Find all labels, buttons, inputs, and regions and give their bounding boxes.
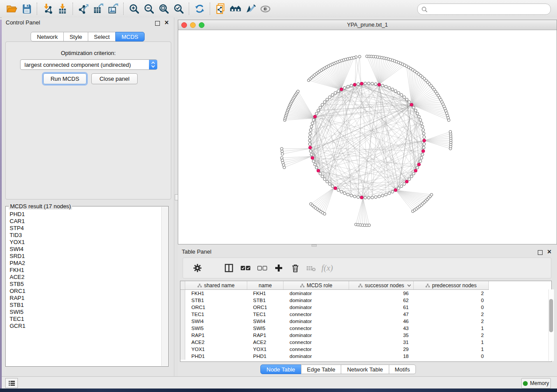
close-panel-icon[interactable]: × <box>165 18 169 27</box>
cell-successor-nodes[interactable]: 47 <box>349 311 414 318</box>
cell-name[interactable]: SWI5 <box>247 325 283 332</box>
network-window-titlebar[interactable]: YPA_prune.txt_1 <box>178 20 557 30</box>
float-panel-icon[interactable] <box>538 250 543 255</box>
table-row[interactable]: ORC1ORC1dominator610 <box>180 304 489 311</box>
float-panel-icon[interactable] <box>155 21 160 26</box>
mcds-node-item[interactable]: SWI4 <box>10 246 161 253</box>
cell-name[interactable]: STB1 <box>247 297 283 304</box>
cell-predecessor-nodes[interactable]: 0 <box>413 353 488 360</box>
table-row[interactable]: SWI4SWI4dominator462 <box>180 318 489 325</box>
export-table-button[interactable] <box>91 2 106 15</box>
mcds-node-item[interactable]: PHD1 <box>10 211 161 218</box>
mcds-node-item[interactable]: STP4 <box>10 225 161 232</box>
cell-shared-name[interactable]: RAP1 <box>185 332 247 339</box>
close-panel-button[interactable]: Close panel <box>91 73 138 84</box>
cell-successor-nodes[interactable]: 29 <box>349 346 414 353</box>
close-panel-icon[interactable]: × <box>547 248 551 256</box>
mcds-node-item[interactable]: ORC1 <box>10 288 161 295</box>
table-row[interactable]: SWI5SWI5connector431 <box>180 325 489 332</box>
cell-name[interactable]: FKH1 <box>247 290 283 297</box>
cell-shared-name[interactable]: ACE2 <box>185 339 247 346</box>
mcds-node-item[interactable]: SRD1 <box>10 253 161 260</box>
table-row[interactable]: TEC1TEC1connector472 <box>180 311 489 318</box>
table-settings-button[interactable] <box>189 261 206 275</box>
cell-shared-name[interactable]: YOX1 <box>185 346 247 353</box>
cell-MCDS-role[interactable]: connector <box>284 325 349 332</box>
cell-shared-name[interactable]: PHD1 <box>185 353 247 360</box>
cell-name[interactable]: YOX1 <box>247 346 283 353</box>
cell-name[interactable]: PHD1 <box>247 353 283 360</box>
export-image-button[interactable] <box>106 2 121 15</box>
zoom-out-button[interactable] <box>142 2 156 15</box>
cell-shared-name[interactable]: TEC1 <box>185 311 247 318</box>
import-table-button[interactable] <box>55 2 70 15</box>
cell-predecessor-nodes[interactable]: 2 <box>413 318 488 325</box>
show-hide-button[interactable] <box>258 2 273 15</box>
column-header-predecessor-nodes[interactable]: predecessor nodes <box>413 281 488 290</box>
cell-MCDS-role[interactable]: connector <box>284 346 349 353</box>
column-header-name[interactable]: name <box>247 281 283 290</box>
table-row[interactable]: PHD1PHD1dominator180 <box>180 353 489 360</box>
zoom-selected-button[interactable] <box>171 2 186 15</box>
cell-predecessor-nodes[interactable]: 2 <box>413 332 488 339</box>
mcds-node-item[interactable]: RAP1 <box>10 295 161 302</box>
split-view-button[interactable] <box>221 261 237 275</box>
tab-style[interactable]: Style <box>63 32 88 41</box>
table-row[interactable]: ACE2ACE2connector311 <box>180 339 489 346</box>
mcds-node-item[interactable]: SWI5 <box>10 309 161 316</box>
delete-table-button[interactable] <box>304 261 318 275</box>
cell-successor-nodes[interactable]: 46 <box>349 318 414 325</box>
cell-MCDS-role[interactable]: dominator <box>284 297 349 304</box>
cell-successor-nodes[interactable]: 35 <box>349 332 414 339</box>
task-history-button[interactable] <box>5 378 18 388</box>
cell-name[interactable]: ACE2 <box>247 339 283 346</box>
cell-MCDS-role[interactable]: dominator <box>284 353 349 360</box>
cell-successor-nodes[interactable]: 31 <box>349 339 414 346</box>
tab-network-table[interactable]: Network Table <box>341 364 389 374</box>
table-row[interactable]: RAP1RAP1dominator352 <box>180 332 489 339</box>
cell-shared-name[interactable]: SWI4 <box>185 318 247 325</box>
open-file-button[interactable] <box>4 2 19 15</box>
add-column-button[interactable] <box>270 261 287 275</box>
run-mcds-button[interactable]: Run MCDS <box>43 73 86 84</box>
mcds-node-item[interactable]: GCR1 <box>10 323 161 330</box>
table-row[interactable]: FKH1FKH1dominator962 <box>180 290 489 297</box>
cell-MCDS-role[interactable]: dominator <box>284 290 349 297</box>
cell-predecessor-nodes[interactable]: 0 <box>413 297 488 304</box>
delete-column-button[interactable] <box>287 261 304 275</box>
cell-successor-nodes[interactable]: 61 <box>349 304 414 311</box>
zoom-in-button[interactable] <box>127 2 142 15</box>
result-scrollbar[interactable] <box>161 207 168 366</box>
mcds-node-item[interactable]: YOX1 <box>10 239 161 246</box>
network-canvas[interactable] <box>178 30 557 244</box>
table-row[interactable]: STB1STB1dominator620 <box>180 297 489 304</box>
tab-mcds[interactable]: MCDS <box>115 32 144 41</box>
cell-predecessor-nodes[interactable]: 1 <box>413 325 488 332</box>
cell-shared-name[interactable]: ORC1 <box>185 304 247 311</box>
cell-predecessor-nodes[interactable]: 1 <box>413 339 488 346</box>
cell-name[interactable]: ORC1 <box>247 304 283 311</box>
cell-MCDS-role[interactable]: dominator <box>284 318 349 325</box>
search-input[interactable] <box>430 6 547 13</box>
memory-button[interactable]: Memory <box>521 378 551 389</box>
tab-network[interactable]: Network <box>31 32 64 41</box>
cell-successor-nodes[interactable]: 96 <box>349 290 414 297</box>
export-network-button[interactable] <box>76 2 91 15</box>
save-session-button[interactable] <box>19 2 34 15</box>
cell-MCDS-role[interactable]: connector <box>284 311 349 318</box>
table-row[interactable]: YOX1YOX1connector291 <box>180 346 489 353</box>
column-header-MCDS-role[interactable]: MCDS role <box>284 281 349 290</box>
cell-name[interactable]: RAP1 <box>247 332 283 339</box>
search-network-button[interactable] <box>228 2 243 15</box>
cell-MCDS-role[interactable]: dominator <box>284 332 349 339</box>
tab-motifs[interactable]: Motifs <box>389 364 416 374</box>
cell-shared-name[interactable]: STB1 <box>185 297 247 304</box>
select-all-button[interactable] <box>237 261 254 275</box>
import-network-button[interactable] <box>40 2 55 15</box>
mcds-node-item[interactable]: FKH1 <box>10 267 161 274</box>
mcds-node-item[interactable]: CAR1 <box>10 218 161 225</box>
cell-name[interactable]: SWI4 <box>247 318 283 325</box>
cell-shared-name[interactable]: FKH1 <box>185 290 247 297</box>
search-box[interactable] <box>417 3 551 15</box>
cell-predecessor-nodes[interactable]: 2 <box>413 311 488 318</box>
